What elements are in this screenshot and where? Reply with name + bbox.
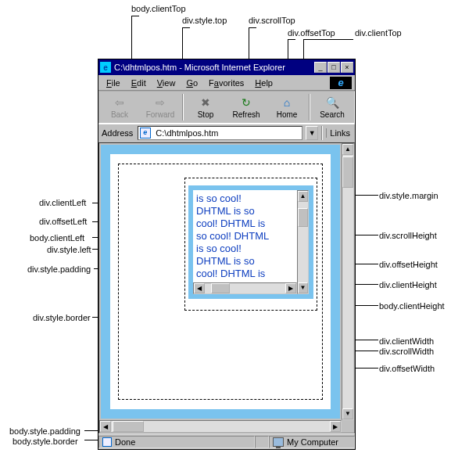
label-div-scrollTop: div.scrollTop [249,16,295,25]
div-scrollbar-vertical[interactable]: ▲ ▼ [297,190,309,294]
stop-button[interactable]: ✖ Stop [187,92,224,122]
window-title: C:\dhtmlpos.htm - Microsoft Internet Exp… [114,63,285,72]
status-main: Done [98,436,255,448]
scroll-thumb[interactable] [342,156,353,188]
status-empty [255,436,269,448]
content-text: is so cool! DHTML is so cool! DHTML is s… [193,190,297,294]
scroll-up-button[interactable]: ▲ [342,144,353,155]
home-icon: ⌂ [279,95,295,110]
address-label: Address [100,128,134,138]
div-scrollbar-horizontal[interactable]: ◀ ▶ [193,282,297,294]
address-combo[interactable] [138,126,302,140]
search-icon: 🔍 [324,95,340,110]
label-body-clientTop: body.clientTop [131,4,186,13]
address-dropdown[interactable]: ▼ [306,126,318,140]
label-div-style-border: div.style.border [33,313,91,322]
document-icon [102,437,112,447]
label-body-clientHeight: body.clientHeight [379,301,445,311]
label-div-style-left: div.style.left [47,245,91,254]
body-padding: is so cool! DHTML is so cool! DHTML is s… [110,154,331,409]
separator [182,94,184,120]
label-div-clientLeft: div.clientLeft [39,198,86,207]
menu-view[interactable]: View [152,77,181,89]
close-button[interactable]: × [341,62,353,73]
separator [309,94,310,120]
menu-help[interactable]: Help [250,77,277,89]
viewport-scrollbar-horizontal[interactable]: ◀ ▶ [99,420,342,433]
ie-icon: e [100,62,111,73]
menu-file[interactable]: File [102,77,125,89]
statusbar: Done My Computer [98,433,355,449]
ie-window: e C:\dhtmlpos.htm - Microsoft Internet E… [98,59,356,450]
scroll-corner [342,420,354,433]
menu-go[interactable]: Go [181,77,202,89]
scroll-thumb[interactable] [298,208,308,227]
div-content: is so cool! DHTML is so cool! DHTML is s… [193,190,309,294]
scroll-thumb[interactable] [113,421,144,432]
scroll-left-button[interactable]: ◀ [194,283,205,293]
label-body-style-padding: body.style.padding [9,426,81,436]
separator [321,126,323,140]
viewport: is so cool! DHTML is so cool! DHTML is s… [98,142,355,433]
scroll-right-button[interactable]: ▶ [330,421,341,432]
status-zone: My Computer [269,436,355,448]
label-div-scrollHeight: div.scrollHeight [379,231,437,240]
label-div-scrollWidth: div.scrollWidth [379,347,434,356]
div-border: is so cool! DHTML is so cool! DHTML is s… [188,185,313,299]
scroll-down-button[interactable]: ▼ [342,408,353,419]
scroll-thumb[interactable] [211,283,230,293]
minimize-button[interactable]: _ [314,62,327,73]
label-div-offsetWidth: div.offsetWidth [379,364,435,373]
menu-favorites[interactable]: Favorites [204,77,249,89]
back-button[interactable]: ⇦ Back [101,92,138,122]
zone-text: My Computer [287,437,338,447]
forward-button[interactable]: ⇨ Forward [141,92,179,122]
arrow-left-icon: ⇦ [112,95,127,110]
links-label: Links [326,128,353,138]
label-div-offsetTop: div.offsetTop [288,28,335,38]
status-text: Done [115,437,135,447]
document-icon [140,128,151,138]
menubar: File Edit View Go Favorites Help e [98,75,355,91]
label-div-style-top: div.style.top [182,16,227,25]
label-div-clientHeight: div.clientHeight [379,280,437,289]
scroll-right-button[interactable]: ▶ [285,283,296,293]
toolbar: ⇦ Back ⇨ Forward ✖ Stop ↻ Refresh ⌂ Home [98,91,355,124]
viewport-scrollbar-vertical[interactable]: ▲ ▼ [342,143,354,420]
diagram-canvas: body.clientTop div.style.top div.scrollT… [0,0,476,471]
label-div-clientTop: div.clientTop [355,28,402,38]
scroll-down-button[interactable]: ▼ [298,282,308,293]
home-button[interactable]: ⌂ Home [268,92,306,122]
label-div-style-padding: div.style.padding [27,264,91,274]
addressbar: Address ▼ Links [98,124,355,141]
refresh-icon: ↻ [238,95,254,110]
label-div-offsetLeft: div.offsetLeft [39,217,87,226]
computer-icon [273,437,284,447]
ie-logo: e [330,77,352,89]
label-div-clientWidth: div.clientWidth [379,336,434,346]
scroll-up-button[interactable]: ▲ [298,191,308,202]
scroll-left-button[interactable]: ◀ [100,421,111,432]
maximize-button[interactable]: □ [327,62,340,73]
address-input[interactable] [154,128,300,138]
refresh-button[interactable]: ↻ Refresh [227,92,265,122]
body-border: is so cool! DHTML is so cool! DHTML is s… [101,145,340,419]
arrow-right-icon: ⇨ [152,95,168,110]
label-body-style-border: body.style.border [13,437,78,446]
label-body-clientLeft: body.clientLeft [30,233,84,243]
label-div-offsetHeight: div.offsetHeight [379,260,438,269]
menu-edit[interactable]: Edit [127,77,151,89]
titlebar: e C:\dhtmlpos.htm - Microsoft Internet E… [98,59,355,75]
stop-icon: ✖ [198,95,213,110]
search-button[interactable]: 🔍 Search [313,92,351,122]
label-div-style-margin: div.style.margin [379,191,438,200]
